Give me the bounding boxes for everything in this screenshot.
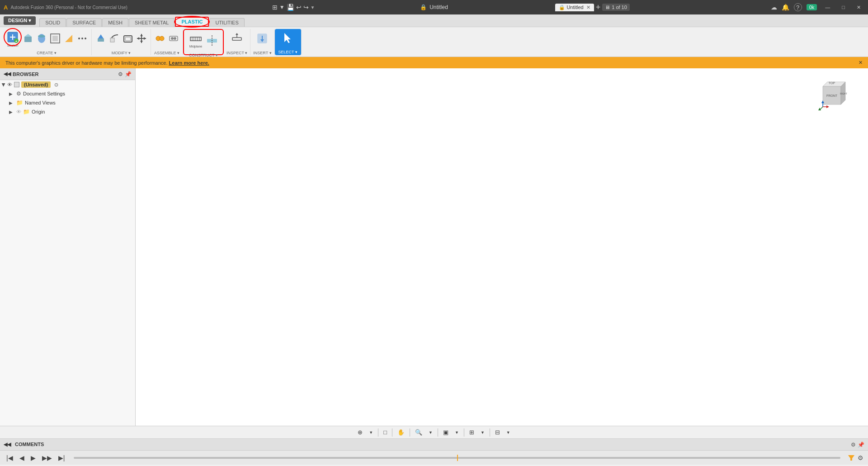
root-action-icon[interactable]: ⊙ — [54, 82, 58, 88]
root-collapse-icon[interactable]: ▶ — [1, 83, 6, 86]
modify-fillet-btn[interactable] — [108, 32, 121, 46]
ribbon-group-assemble: ASSEMBLE ▾ — [151, 29, 183, 55]
tl-step-back-btn[interactable]: ◀ — [18, 453, 26, 462]
browser-item-root[interactable]: ▶ 👁 (Unsaved) ⊙ — [0, 80, 135, 89]
display-mode-btn[interactable]: ▣ — [441, 428, 451, 437]
apps-icon[interactable]: ⊞ — [272, 4, 278, 11]
grid-btn[interactable]: ⊞ — [467, 428, 476, 437]
browser-item-origin[interactable]: ▶ 👁 📁 Origin — [0, 107, 135, 116]
restore-btn[interactable]: □ — [838, 5, 849, 10]
minimize-btn[interactable]: — — [821, 5, 834, 10]
timeline-track[interactable] — [69, 457, 845, 459]
view-cube-dropdown-btn[interactable]: ▼ — [504, 429, 513, 436]
create-loft-btn[interactable] — [62, 32, 75, 46]
svg-rect-15 — [110, 38, 114, 42]
insert-buttons — [255, 29, 269, 50]
warning-close-btn[interactable]: ✕ — [859, 60, 863, 66]
zoom-btn[interactable]: 🔍 — [413, 428, 425, 437]
redo-icon[interactable]: ↪ — [303, 4, 309, 11]
origin-expand-icon[interactable]: ▶ — [9, 109, 14, 114]
browser-collapse-icon[interactable]: ◀◀ — [4, 71, 11, 77]
tab-close-icon[interactable]: ✕ — [586, 5, 590, 10]
save-icon[interactable]: 💾 — [287, 4, 294, 11]
pan-btn[interactable]: □ — [381, 428, 389, 437]
orbit-dropdown-btn[interactable]: ▼ — [367, 429, 375, 436]
create-extrude-btn[interactable] — [22, 32, 34, 46]
tab-plastic[interactable]: PLASTIC — [175, 17, 209, 27]
insert-btn[interactable] — [255, 31, 269, 47]
sketch-label: Sketch — [7, 43, 18, 48]
user-avatar[interactable]: 0k — [807, 4, 817, 10]
design-btn[interactable]: DESIGN ▾ — [4, 16, 36, 25]
close-btn[interactable]: ✕ — [853, 5, 864, 10]
create-revolve-btn[interactable] — [35, 32, 48, 46]
assemble-joint2-btn[interactable] — [167, 32, 180, 46]
separator-1 — [378, 428, 378, 437]
orbit-btn[interactable]: ⊕ — [355, 428, 365, 437]
pagination[interactable]: 🖥 1 of 10 — [602, 4, 630, 11]
svg-text:+: + — [15, 39, 18, 43]
help-icon[interactable]: ? — [794, 3, 802, 11]
construct-plane-btn[interactable]: Midplane — [188, 31, 204, 52]
svg-point-11 — [78, 38, 80, 39]
separator-5 — [464, 428, 464, 437]
tl-step-fwd-btn[interactable]: ▶▶ — [40, 453, 54, 462]
inspect-measure-btn[interactable] — [230, 31, 244, 47]
select-btn[interactable] — [281, 30, 295, 48]
browser-resize-handle[interactable] — [133, 68, 135, 426]
svg-point-25 — [160, 36, 164, 41]
undo-icon[interactable]: ↩ — [296, 4, 302, 11]
tl-play-btn[interactable]: ▶ — [29, 453, 38, 462]
warning-link[interactable]: Learn more here. — [169, 60, 209, 66]
view-cube[interactable]: TOP FRONT RIGHT — [814, 77, 850, 114]
timeline-settings-btn[interactable]: ⚙ — [858, 454, 863, 461]
assemble-joint-btn[interactable] — [154, 32, 166, 46]
tab-surface[interactable]: SURFACE — [66, 18, 102, 27]
new-tab-btn[interactable]: + — [596, 3, 601, 11]
cloud-icon[interactable]: ☁ — [771, 4, 777, 11]
create-sweep-btn[interactable] — [49, 32, 61, 46]
timeline-slider[interactable] — [74, 457, 840, 459]
tab-mesh[interactable]: MESH — [102, 18, 128, 27]
construct-axis-btn[interactable] — [205, 33, 219, 49]
comments-collapse-icon[interactable]: ◀◀ — [4, 442, 11, 447]
zoom-dropdown-btn[interactable]: ▼ — [426, 429, 435, 436]
select-buttons — [281, 30, 295, 49]
view-cube-btn[interactable]: ⊟ — [493, 428, 502, 437]
browser-item-doc-settings[interactable]: ▶ ⚙ Document Settings — [0, 89, 135, 98]
comments-pin-icon[interactable]: 📌 — [858, 442, 864, 448]
svg-rect-5 — [24, 37, 32, 42]
bell-icon[interactable]: 🔔 — [782, 4, 789, 11]
grid-dropdown-btn[interactable]: ▼ — [478, 429, 487, 436]
browser-item-named-views[interactable]: ▶ 📁 Named Views — [0, 98, 135, 107]
modify-press-pull-btn[interactable] — [94, 32, 107, 46]
document-title: Untitled — [429, 4, 448, 10]
display-dropdown-btn[interactable]: ▼ — [453, 429, 461, 436]
root-eye-icon[interactable]: 👁 — [7, 82, 12, 87]
browser-pin-icon[interactable]: 📌 — [125, 71, 132, 77]
redo-dropdown-icon[interactable]: ▼ — [311, 5, 315, 10]
tabs-container: 🔒 Untitled ✕ + — [555, 3, 600, 11]
tab-sheet-metal[interactable]: SHEET METAL — [129, 18, 175, 27]
comments-settings-icon[interactable]: ⚙ — [851, 442, 856, 448]
create-more-btn[interactable] — [76, 32, 89, 46]
tab-solid[interactable]: SOLID — [39, 18, 66, 27]
modify-shell-btn[interactable] — [122, 32, 134, 46]
active-tab[interactable]: 🔒 Untitled ✕ — [555, 4, 594, 11]
menu-icon[interactable]: ▼ — [279, 4, 285, 10]
timeline-filter-icon[interactable] — [848, 454, 855, 461]
origin-label: Origin — [32, 109, 45, 114]
viewport[interactable]: TOP FRONT RIGHT — [136, 68, 868, 426]
doc-expand-icon[interactable]: ▶ — [9, 91, 14, 96]
tl-rewind-btn[interactable]: |◀ — [5, 453, 15, 462]
modify-move-btn[interactable] — [135, 32, 148, 46]
tab-utilities[interactable]: UTILITIES — [209, 18, 244, 27]
tl-end-btn[interactable]: ▶| — [57, 453, 67, 462]
named-views-expand-icon[interactable]: ▶ — [9, 100, 14, 105]
sketch-btn[interactable]: + Sketch — [5, 30, 21, 48]
hand-btn[interactable]: ✋ — [395, 428, 407, 437]
browser-settings-icon[interactable]: ⚙ — [118, 71, 123, 77]
ribbon-group-construct: Midplane CONSTRUCT ▾ — [183, 29, 224, 55]
origin-eye-icon[interactable]: 👁 — [16, 109, 21, 114]
timeline-marker — [457, 455, 458, 461]
